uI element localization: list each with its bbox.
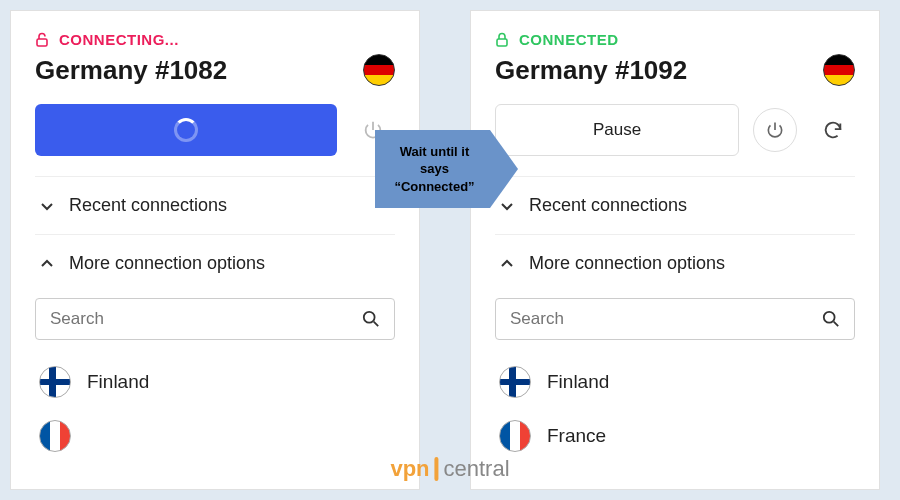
more-options-header[interactable]: More connection options <box>495 234 855 292</box>
country-item-france[interactable] <box>35 412 395 460</box>
watermark-central: central <box>444 456 510 482</box>
country-label: Finland <box>87 371 149 393</box>
chevron-up-icon <box>39 256 55 272</box>
action-row: Pause <box>495 104 855 156</box>
annotation-arrow: Wait until it says “Connected” <box>375 130 490 208</box>
spinner-icon <box>174 118 198 142</box>
france-flag-icon <box>39 420 71 452</box>
pause-button[interactable]: Pause <box>495 104 739 156</box>
status-label: CONNECTING... <box>59 31 179 48</box>
recent-connections-header[interactable]: Recent connections <box>35 176 395 234</box>
finland-flag-icon <box>39 366 71 398</box>
recent-connections-header[interactable]: Recent connections <box>495 176 855 234</box>
recent-connections-label: Recent connections <box>69 195 227 216</box>
country-label: Finland <box>547 371 609 393</box>
watermark-vpn: vpn <box>390 456 429 482</box>
country-label: France <box>547 425 606 447</box>
france-flag-icon <box>499 420 531 452</box>
chevron-down-icon <box>39 198 55 214</box>
svg-rect-2 <box>497 39 507 46</box>
server-row: Germany #1082 <box>35 54 395 86</box>
more-options-label: More connection options <box>529 253 725 274</box>
chevron-up-icon <box>499 256 515 272</box>
server-name: Germany #1082 <box>35 55 227 86</box>
country-item-finland[interactable]: Finland <box>35 358 395 406</box>
more-options-label: More connection options <box>69 253 265 274</box>
country-item-france[interactable]: France <box>495 412 855 460</box>
finland-flag-icon <box>499 366 531 398</box>
vpn-panel-connected: CONNECTED Germany #1092 Pause Recent con… <box>470 10 880 490</box>
reconnect-button[interactable] <box>811 108 855 152</box>
search-input[interactable] <box>510 309 822 329</box>
search-icon <box>822 310 840 328</box>
unlock-icon <box>35 32 49 48</box>
recent-connections-label: Recent connections <box>529 195 687 216</box>
action-row <box>35 104 395 156</box>
server-name: Germany #1092 <box>495 55 687 86</box>
watermark: vpn central <box>390 456 509 482</box>
search-box[interactable] <box>495 298 855 340</box>
lock-icon <box>495 32 509 48</box>
status-row: CONNECTED <box>495 31 855 48</box>
status-row: CONNECTING... <box>35 31 395 48</box>
watermark-separator-icon <box>435 457 439 481</box>
power-button[interactable] <box>753 108 797 152</box>
connect-button[interactable] <box>35 104 337 156</box>
annotation-text: Wait until it says “Connected” <box>385 143 484 196</box>
vpn-panel-connecting: CONNECTING... Germany #1082 Recent conne… <box>10 10 420 490</box>
germany-flag-icon <box>363 54 395 86</box>
search-input[interactable] <box>50 309 362 329</box>
country-item-finland[interactable]: Finland <box>495 358 855 406</box>
server-row: Germany #1092 <box>495 54 855 86</box>
more-options-header[interactable]: More connection options <box>35 234 395 292</box>
svg-point-1 <box>364 312 375 323</box>
svg-point-3 <box>824 312 835 323</box>
search-icon <box>362 310 380 328</box>
germany-flag-icon <box>823 54 855 86</box>
status-label: CONNECTED <box>519 31 619 48</box>
search-box[interactable] <box>35 298 395 340</box>
svg-rect-0 <box>37 39 47 46</box>
